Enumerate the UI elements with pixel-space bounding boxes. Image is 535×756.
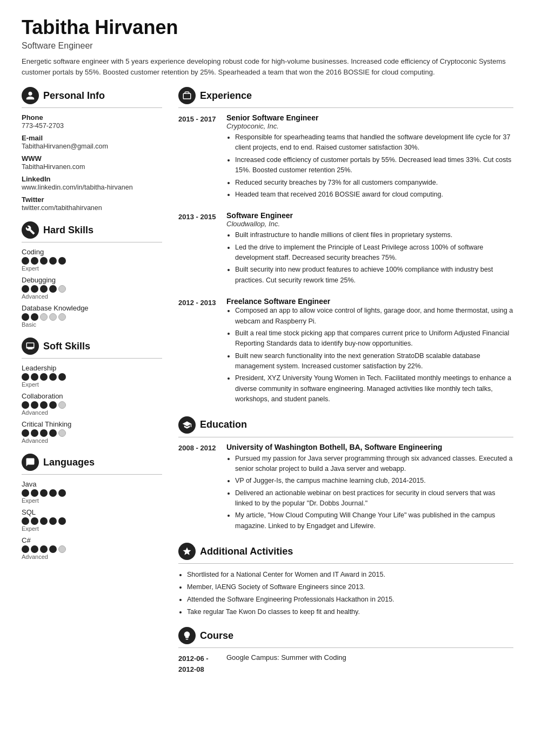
- exp-company-0: Cryptoconic, Inc.: [226, 122, 513, 130]
- personal-info-icon: [22, 87, 39, 104]
- dot: [40, 373, 48, 381]
- edu-dates-0: 2008 - 2012: [178, 443, 219, 534]
- languages-icon: [22, 454, 39, 471]
- skill-debugging-name: Debugging: [22, 276, 162, 284]
- dot: [49, 401, 57, 409]
- personal-info-twitter-label: Twitter: [22, 195, 162, 204]
- dot: [49, 373, 57, 381]
- additional-activities-title: Additional Activities: [200, 546, 293, 557]
- skill-debugging-level: Advanced: [22, 293, 162, 300]
- course-name-0: Google Campus: Summer with Coding: [226, 653, 346, 674]
- dot: [31, 489, 38, 497]
- dot: [40, 401, 48, 409]
- dot: [31, 517, 38, 525]
- skill-debugging-dots: [22, 285, 162, 293]
- candidate-title: Software Engineer: [22, 41, 513, 51]
- education-divider: [178, 437, 513, 437]
- exp-dates-0: 2015 - 2017: [178, 113, 219, 201]
- candidate-summary: Energetic software engineer with 5 years…: [22, 56, 513, 77]
- list-item: Shortlisted for a National Center for Wo…: [187, 569, 513, 580]
- exp-entry-1: 2013 - 2015 Software Engineer Cloudwallo…: [178, 211, 513, 287]
- list-item: Attended the Software Engineering Profes…: [187, 594, 513, 605]
- dot: [49, 489, 57, 497]
- skill-java-level: Expert: [22, 497, 162, 504]
- dot: [58, 429, 66, 437]
- personal-info-twitter-value: twitter.com/tabithahirvanen: [22, 204, 162, 212]
- dot: [22, 373, 29, 381]
- dot: [58, 517, 66, 525]
- skill-critical-thinking-name: Critical Thinking: [22, 420, 162, 428]
- exp-content-2: Freelance Software Engineer Composed an …: [226, 297, 513, 406]
- exp-bullets-2: Composed an app to allow voice control o…: [226, 306, 513, 404]
- course-icon: [178, 627, 196, 644]
- exp-company-1: Cloudwallop, Inc.: [226, 220, 513, 228]
- skill-leadership-name: Leadership: [22, 364, 162, 372]
- skill-csharp-dots: [22, 545, 162, 553]
- list-item: Responsible for spearheading teams that …: [235, 132, 513, 153]
- skill-csharp: C# Advanced: [22, 536, 162, 560]
- right-column: Experience 2015 - 2017 Senior Software E…: [178, 87, 513, 674]
- additional-activities-divider: [178, 563, 513, 564]
- personal-info-header: Personal Info: [22, 87, 162, 104]
- list-item: Built a real time stock picking app that…: [235, 328, 513, 349]
- edu-degree-0: University of Washington Bothell, BA, So…: [226, 443, 513, 451]
- dot: [40, 545, 48, 553]
- dot: [40, 517, 48, 525]
- exp-job-title-1: Software Engineer: [226, 211, 513, 220]
- dot: [31, 285, 38, 293]
- languages-header: Languages: [22, 454, 162, 471]
- list-item: Reduced security breaches by 73% for all…: [235, 178, 513, 188]
- dot: [22, 489, 29, 497]
- skill-java-dots: [22, 489, 162, 497]
- dot: [40, 313, 48, 321]
- dot: [31, 401, 38, 409]
- dot: [49, 429, 57, 437]
- skill-database-level: Basic: [22, 321, 162, 328]
- skill-coding-name: Coding: [22, 248, 162, 256]
- personal-info-linkedin-label: LinkedIn: [22, 175, 162, 183]
- course-dates-0: 2012-06 - 2012-08: [178, 653, 219, 674]
- list-item: Take regular Tae Kwon Do classes to keep…: [187, 606, 513, 617]
- skill-sql-name: SQL: [22, 508, 162, 516]
- skill-coding-dots: [22, 257, 162, 265]
- course-entry-0: 2012-06 - 2012-08 Google Campus: Summer …: [178, 653, 513, 674]
- dot: [40, 429, 48, 437]
- soft-skills-title: Soft Skills: [43, 341, 90, 352]
- personal-info-phone-value: 773-457-2703: [22, 122, 162, 130]
- skill-collaboration-name: Collaboration: [22, 392, 162, 400]
- personal-info-www-value: TabithaHirvanen.com: [22, 163, 162, 171]
- dot: [22, 257, 29, 265]
- skill-coding: Coding Expert: [22, 248, 162, 272]
- exp-content-0: Senior Software Engineer Cryptoconic, In…: [226, 113, 513, 201]
- skill-collaboration-level: Advanced: [22, 409, 162, 416]
- education-header: Education: [178, 416, 513, 434]
- list-item: Headed team that received 2016 BOSSIE aw…: [235, 190, 513, 200]
- dot: [58, 257, 66, 265]
- skill-leadership-dots: [22, 373, 162, 381]
- list-item: Built security into new product features…: [235, 265, 513, 286]
- hard-skills-header: Hard Skills: [22, 221, 162, 239]
- education-title: Education: [200, 419, 247, 430]
- dot: [58, 489, 66, 497]
- experience-header: Experience: [178, 87, 513, 104]
- dot: [31, 429, 38, 437]
- dot: [22, 429, 29, 437]
- exp-bullets-0: Responsible for spearheading teams that …: [226, 132, 513, 200]
- list-item: Led the drive to implement the Principle…: [235, 242, 513, 264]
- soft-skills-icon: [22, 338, 39, 355]
- dot: [58, 313, 66, 321]
- languages-title: Languages: [43, 457, 95, 468]
- dot: [58, 545, 66, 553]
- exp-bullets-1: Built infrastructure to handle millions …: [226, 230, 513, 286]
- exp-dates-2: 2012 - 2013: [178, 297, 219, 406]
- skill-sql: SQL Expert: [22, 508, 162, 532]
- skill-debugging: Debugging Advanced: [22, 276, 162, 300]
- personal-info-email-value: TabithaHirvanen@gmail.com: [22, 143, 162, 150]
- personal-info-divider: [22, 107, 162, 108]
- dot: [49, 545, 57, 553]
- experience-title: Experience: [200, 90, 252, 102]
- dot: [40, 489, 48, 497]
- dot: [22, 313, 29, 321]
- personal-info-www-label: WWW: [22, 154, 162, 163]
- left-column: Personal Info Phone 773-457-2703 E-mail …: [22, 87, 162, 674]
